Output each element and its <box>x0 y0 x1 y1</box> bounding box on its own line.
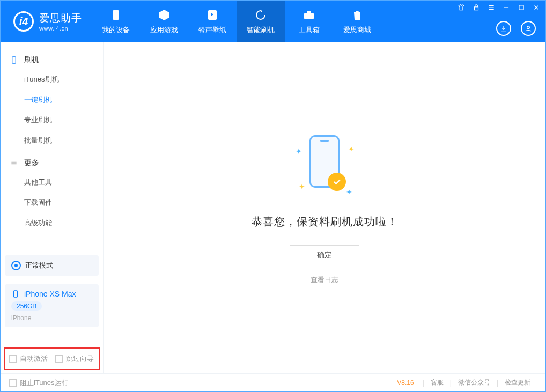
separator: | <box>450 379 452 387</box>
sidebar-header-label: 刷机 <box>24 55 39 65</box>
svg-rect-4 <box>475 7 478 10</box>
success-message: 恭喜您，保资料刷机成功啦！ <box>252 215 398 229</box>
bag-icon <box>350 8 364 22</box>
main-content: ✦ ✦ ✦ ✦ 恭喜您，保资料刷机成功啦！ 确定 查看日志 <box>104 42 545 373</box>
menu-icon <box>9 158 19 168</box>
nav-store[interactable]: 爱思商城 <box>333 1 381 42</box>
nav-label: 工具箱 <box>299 25 320 35</box>
checkbox-label: 阻止iTunes运行 <box>20 378 69 388</box>
checkbox-label: 自动激活 <box>20 354 48 364</box>
options-highlight-frame: 自动激活 跳过向导 <box>4 347 100 370</box>
music-icon <box>205 8 219 22</box>
nav-label: 应用游戏 <box>150 25 178 35</box>
window-controls <box>458 4 540 11</box>
lock-icon[interactable] <box>473 4 480 11</box>
device-capacity: 256GB <box>11 301 42 311</box>
header: i4 爱思助手 www.i4.cn 我的设备 应用游戏 铃声壁纸 智能刷机 工具… <box>1 1 545 42</box>
view-log-link[interactable]: 查看日志 <box>311 275 338 285</box>
checkbox-icon <box>9 355 17 363</box>
nav-label: 智能刷机 <box>247 25 275 35</box>
device-name: iPhone XS Max <box>24 290 76 298</box>
toolbox-icon <box>302 8 316 22</box>
sparkle-icon: ✦ <box>346 188 352 196</box>
sparkle-icon: ✦ <box>296 147 302 156</box>
checkbox-block-itunes[interactable]: 阻止iTunes运行 <box>9 378 69 388</box>
top-nav: 我的设备 应用游戏 铃声壁纸 智能刷机 工具箱 爱思商城 <box>92 1 381 42</box>
footer-link-support[interactable]: 客服 <box>431 378 444 387</box>
footer: 阻止iTunes运行 V8.16 | 客服 | 微信公众号 | 检查更新 <box>1 373 545 391</box>
device-info-box[interactable]: iPhone XS Max 256GB iPhone <box>5 284 99 327</box>
sidebar-group-flash: 刷机 iTunes刷机 一键刷机 专业刷机 批量刷机 <box>1 51 103 151</box>
sidebar-header-flash[interactable]: 刷机 <box>1 51 103 69</box>
device-icon <box>109 8 123 22</box>
svg-rect-7 <box>12 57 16 63</box>
logo[interactable]: i4 爱思助手 www.i4.cn <box>1 1 92 42</box>
refresh-icon <box>254 8 268 22</box>
sidebar-item-pro-flash[interactable]: 专业刷机 <box>1 110 103 130</box>
cube-icon <box>157 8 171 22</box>
sparkle-icon: ✦ <box>299 182 305 191</box>
ok-button[interactable]: 确定 <box>290 245 359 265</box>
svg-rect-0 <box>113 10 119 20</box>
nav-smart-flash[interactable]: 智能刷机 <box>237 1 285 42</box>
nav-ringtone-wallpaper[interactable]: 铃声壁纸 <box>188 1 237 42</box>
logo-icon: i4 <box>13 11 34 32</box>
nav-my-device[interactable]: 我的设备 <box>92 1 140 42</box>
download-icon[interactable] <box>496 21 511 36</box>
sparkle-icon: ✦ <box>348 145 355 153</box>
sidebar-item-one-click-flash[interactable]: 一键刷机 <box>1 90 103 110</box>
user-icon[interactable] <box>521 21 536 36</box>
maximize-icon[interactable] <box>518 4 525 11</box>
sidebar-header-more[interactable]: 更多 <box>1 154 103 172</box>
sidebar-group-more: 更多 其他工具 下载固件 高级功能 <box>1 154 103 233</box>
sidebar-header-label: 更多 <box>24 158 39 168</box>
footer-link-wechat[interactable]: 微信公众号 <box>458 378 490 387</box>
sidebar-item-batch-flash[interactable]: 批量刷机 <box>1 130 103 151</box>
success-illustration: ✦ ✦ ✦ ✦ <box>287 131 362 201</box>
device-mode-box[interactable]: 正常模式 <box>5 255 99 276</box>
separator: | <box>423 379 424 387</box>
app-name: 爱思助手 <box>39 11 82 25</box>
check-badge-icon <box>328 173 346 191</box>
device-mode-label: 正常模式 <box>25 261 53 270</box>
svg-rect-3 <box>307 11 311 13</box>
svg-point-6 <box>527 26 530 29</box>
version-label: V8.16 <box>397 379 414 387</box>
nav-toolbox[interactable]: 工具箱 <box>285 1 333 42</box>
nav-label: 铃声壁纸 <box>198 25 226 35</box>
menu-icon[interactable] <box>488 4 495 11</box>
sidebar-item-other-tools[interactable]: 其他工具 <box>1 172 103 193</box>
sidebar-item-itunes-flash[interactable]: iTunes刷机 <box>1 69 103 90</box>
checkbox-auto-activate[interactable]: 自动激活 <box>9 354 48 364</box>
checkbox-skip-guide[interactable]: 跳过向导 <box>55 354 94 364</box>
footer-link-update[interactable]: 检查更新 <box>505 378 530 387</box>
checkbox-label: 跳过向导 <box>66 354 94 364</box>
device-type: iPhone <box>11 314 92 322</box>
svg-rect-5 <box>519 5 523 10</box>
body: 刷机 iTunes刷机 一键刷机 专业刷机 批量刷机 更多 其他工具 下载固件 … <box>1 42 545 373</box>
nav-label: 爱思商城 <box>343 25 371 35</box>
shirt-icon[interactable] <box>458 4 465 11</box>
sidebar-item-advanced[interactable]: 高级功能 <box>1 213 103 233</box>
svg-rect-8 <box>14 291 18 297</box>
app-url: www.i4.cn <box>39 25 82 32</box>
mode-indicator-icon <box>11 261 21 270</box>
separator: | <box>497 379 498 387</box>
checkbox-icon <box>9 379 17 387</box>
svg-rect-2 <box>304 13 314 19</box>
sidebar: 刷机 iTunes刷机 一键刷机 专业刷机 批量刷机 更多 其他工具 下载固件 … <box>1 42 104 373</box>
sidebar-item-download-firmware[interactable]: 下载固件 <box>1 193 103 213</box>
checkbox-icon <box>55 355 63 363</box>
nav-apps-games[interactable]: 应用游戏 <box>140 1 188 42</box>
close-icon[interactable] <box>533 4 540 11</box>
phone-icon <box>9 55 19 65</box>
header-actions <box>496 21 536 36</box>
minimize-icon[interactable] <box>503 4 510 11</box>
nav-label: 我的设备 <box>102 25 130 35</box>
phone-icon <box>11 290 20 298</box>
